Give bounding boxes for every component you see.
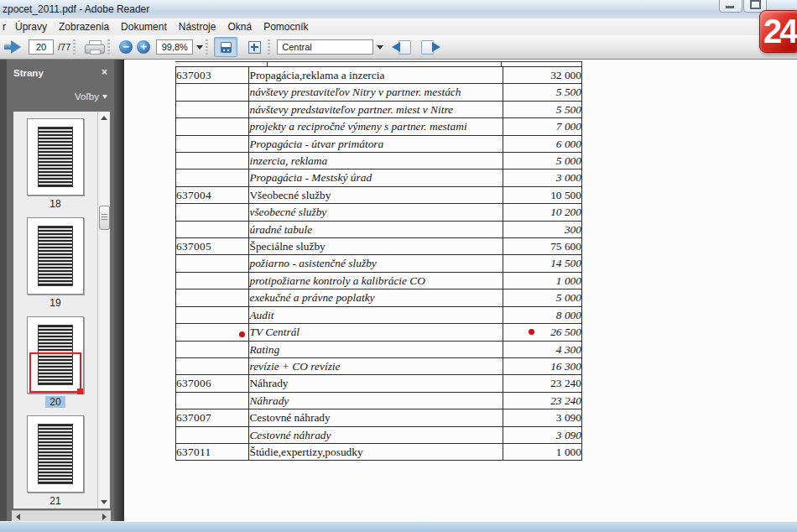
row-value: 5 500: [556, 103, 581, 116]
scroll-left-icon[interactable]: [16, 514, 20, 520]
panel-divider[interactable]: [114, 60, 124, 521]
row-label: úradné tabule: [249, 221, 503, 237]
fullscreen-view-button[interactable]: [243, 38, 265, 56]
row-value: 26 500: [550, 326, 581, 338]
table-row: Rating 4 300: [176, 341, 582, 357]
page-number-input[interactable]: [29, 39, 54, 55]
thumbnail-page-number: 19: [45, 297, 65, 309]
row-label: Náhrady: [249, 392, 503, 409]
maximize-icon: [750, 0, 761, 9]
window-title: zpocet_2011.pdf - Adobe Reader: [3, 3, 149, 15]
row-value: 7 000: [556, 120, 581, 133]
budget-table: 637003 Propagácia,reklama a inzercia 32 …: [175, 66, 582, 461]
row-value: 10 200: [550, 206, 581, 218]
vertical-scrollbar-handle[interactable]: [99, 206, 110, 230]
thumbnail-page-number: 18: [45, 198, 65, 210]
table-row: Náhrady 23 240: [176, 392, 582, 409]
row-value: 10 500: [550, 189, 581, 201]
table-row: 637006 Náhrady 23 240: [176, 375, 582, 392]
table-row: exekučné a právne poplatky 5 000: [176, 289, 582, 306]
thumbnail-red-annotation: [29, 352, 81, 393]
menu-item[interactable]: r: [0, 19, 9, 34]
left-panel-edge: [0, 60, 7, 521]
find-next-button[interactable]: [420, 40, 440, 55]
toolbar-grip: [73, 39, 76, 55]
row-value: 14 500: [550, 257, 581, 269]
row-label: exekučné a právne poplatky: [249, 289, 503, 306]
scroll-up-icon[interactable]: [101, 116, 107, 120]
table-row: protipožiarne kontroly a kalibrácie CO 1…: [176, 272, 582, 289]
menu-item[interactable]: Okná: [221, 19, 258, 34]
panel-options-label: Voľby: [75, 91, 99, 102]
row-value: 8 000: [556, 309, 581, 321]
find-previous-icon: [398, 40, 411, 55]
thumbnail-preview: [38, 127, 73, 187]
pages-panel: Strany × Voľby 18 19 20: [7, 60, 114, 521]
row-value: 75 600: [550, 240, 581, 253]
thumbnail-preview: [38, 424, 73, 484]
zoom-out-button[interactable]: −: [119, 40, 133, 54]
find-previous-button[interactable]: [392, 40, 412, 55]
row-label: Štúdie,expertizy,posudky: [249, 443, 503, 460]
row-value: 23 240: [550, 394, 581, 407]
scroll-right-icon[interactable]: [102, 514, 107, 520]
menu-item[interactable]: Úpravy: [9, 19, 53, 34]
row-value: 3 000: [556, 171, 581, 184]
thumbnail-preview: [38, 226, 73, 286]
table-row: 637007 Cestovné náhrady 3 090: [176, 409, 582, 426]
search-input[interactable]: [277, 39, 373, 55]
scroll-down-icon[interactable]: [101, 500, 107, 504]
row-label: Cestovné náhrady: [249, 426, 503, 443]
panel-title: Strany: [13, 68, 44, 78]
row-label: Rating: [249, 341, 503, 357]
thumbnail-horizontal-scrollbar[interactable]: [12, 510, 111, 522]
row-label: inzercia, reklama: [249, 153, 503, 170]
table-row: požiarno - asistenčné služby 14 500: [176, 255, 582, 272]
red-dot-annotation: [529, 329, 534, 335]
main-area: Strany × Voľby 18 19 20: [0, 60, 797, 521]
page-thumbnail[interactable]: 20: [27, 316, 84, 408]
row-value: 16 300: [550, 360, 581, 373]
panel-close-button[interactable]: ×: [102, 66, 107, 78]
row-code: 637011: [176, 446, 211, 458]
scrolling-page-view-button[interactable]: [214, 37, 237, 57]
title-bar: zpocet_2011.pdf - Adobe Reader: [0, 0, 797, 19]
scrolling-page-icon: [221, 42, 232, 53]
red-dot-annotation: [239, 331, 245, 337]
thumbnail-vertical-scrollbar[interactable]: [97, 112, 110, 509]
row-value: 4 300: [556, 343, 581, 356]
menu-item[interactable]: Nástroje: [173, 19, 222, 34]
table-row: revízie + CO revízie 16 300: [176, 357, 582, 374]
panel-options-caret-icon: [102, 95, 107, 99]
search-dropdown-caret-icon[interactable]: [377, 45, 383, 50]
row-label: protipožiarne kontroly a kalibrácie CO: [249, 272, 503, 289]
page-thumbnail[interactable]: 18: [27, 118, 84, 210]
row-label: požiarno - asistenčné služby: [249, 255, 503, 272]
page-thumbnail[interactable]: 19: [27, 217, 84, 309]
menu-item[interactable]: Pomocník: [258, 19, 314, 34]
next-page-button[interactable]: [4, 40, 22, 54]
table-row: návštevy predstaviteľov partner. miest v…: [176, 101, 582, 117]
row-value: 23 240: [550, 377, 581, 389]
table-row: Cestovné náhrady 3 090: [176, 426, 582, 443]
menu-item[interactable]: Dokument: [115, 19, 173, 34]
zoom-dropdown-caret-icon[interactable]: [196, 45, 203, 50]
minimize-button[interactable]: [719, 0, 742, 13]
zoom-in-button[interactable]: +: [137, 40, 150, 54]
page-thumbnail[interactable]: 21: [27, 415, 84, 507]
table-row: 637004 Všeobecné služby 10 500: [176, 186, 582, 203]
row-value: 32 000: [550, 69, 581, 81]
row-label: revízie + CO revízie: [249, 357, 503, 374]
page-total-label: /77: [58, 42, 70, 52]
row-label: Propagácia - útvar primátora: [249, 135, 503, 152]
print-button[interactable]: [85, 40, 105, 55]
row-value: 300: [565, 223, 581, 236]
panel-options-dropdown[interactable]: Voľby: [75, 91, 107, 102]
menu-bar: rÚpravyZobrazeniaDokumentNástrojeOknáPom…: [0, 18, 797, 35]
zoom-level-input[interactable]: [156, 39, 193, 55]
row-label: Propagácia,reklama a inzercia: [249, 67, 503, 84]
row-value: 1 000: [556, 446, 581, 458]
menu-item[interactable]: Zobrazenia: [53, 19, 115, 34]
row-label: návštevy prestaviteľov Nitry v partner. …: [249, 84, 503, 101]
table-row: TV Centrál 26 500: [176, 324, 582, 341]
